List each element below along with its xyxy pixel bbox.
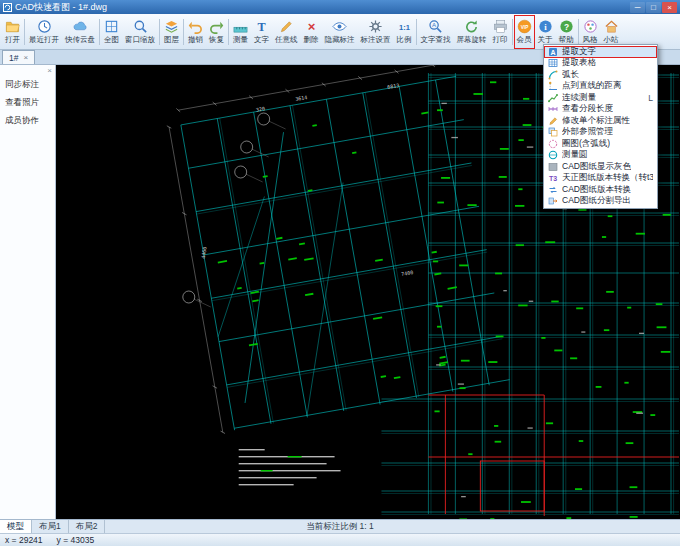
menu-item-label: 提取表格 (562, 57, 596, 69)
dimension-label: 6813 (387, 82, 400, 90)
toolbar-label: 帮助 (559, 35, 574, 45)
toolbar-label: 文字 (254, 35, 269, 45)
toolbar-button-undo[interactable]: 撤销 (185, 15, 206, 49)
vip-menu-item-arc-length[interactable]: 弧长 (544, 69, 657, 81)
toolbar-button-text-search[interactable]: A文字查找 (418, 15, 454, 49)
arc-length-icon (548, 70, 558, 80)
toolbar-label: 打印 (493, 35, 508, 45)
menu-item-label: 查看分段长度 (562, 103, 613, 115)
vip-menu-item-t3-convert[interactable]: T3天正图纸版本转换（转t3） (544, 173, 657, 185)
text-search-icon: A (428, 19, 443, 34)
vip-menu-item-extract-text[interactable]: A提取文字 (544, 46, 657, 58)
menu-item-label: CAD图纸分割导出 (562, 195, 631, 207)
vip-menu-item-gray-display[interactable]: CAD图纸显示灰色 (544, 161, 657, 173)
style-icon (583, 19, 598, 34)
toolbar-label: 关于 (538, 35, 553, 45)
tab-close-icon[interactable]: × (23, 53, 28, 62)
svg-text:T: T (257, 20, 265, 34)
vip-menu-item-lasso-arc[interactable]: 圈图(含弧线) (544, 138, 657, 150)
side-panel-item[interactable]: 成员协作 (0, 112, 55, 130)
window-title: CAD快速看图 - 1#.dwg (15, 1, 626, 14)
toolbar-button-delete[interactable]: ×删除 (301, 15, 322, 49)
toolbar-button-text[interactable]: T文字 (251, 15, 272, 49)
sheet-tab-模型[interactable]: 模型 (0, 520, 32, 533)
toolbar-button-measure[interactable]: 测量 (230, 15, 251, 49)
sheet-tab-布局1[interactable]: 布局1 (32, 520, 69, 533)
toolbar-button-redo[interactable]: 恢复 (206, 15, 227, 49)
gray-display-icon (548, 162, 558, 172)
vip-menu-item-xref-manager[interactable]: 外部参照管理 (544, 127, 657, 139)
toolbar-label: 小站 (604, 35, 619, 45)
menu-item-label: 天正图纸版本转换（转t3） (562, 172, 653, 184)
toolbar-button-zoom-window[interactable]: 窗口缩放 (122, 15, 158, 49)
status-bar: x = 29241 y = 43035 (0, 533, 680, 546)
toolbar-label: 比例 (397, 35, 412, 45)
toolbar-button-print[interactable]: 打印 (490, 15, 511, 49)
toolbar-button-full-view[interactable]: 全图 (101, 15, 122, 49)
menu-item-label: 修改单个标注属性 (562, 115, 630, 127)
maximize-button[interactable]: □ (646, 2, 661, 13)
toolbar-separator (228, 19, 229, 45)
title-bar: CAD快速看图 - 1#.dwg ─□× (0, 0, 680, 14)
toolbar-button-annotation-settings[interactable]: 标注设置 (358, 15, 394, 49)
menu-item-label: 外部参照管理 (562, 126, 613, 138)
svg-text:A: A (550, 49, 555, 56)
document-tab-label: 1# (9, 53, 18, 63)
vip-menu-item-continuous-measure[interactable]: 连续测量L (544, 92, 657, 104)
toolbar-button-free-line[interactable]: 任意线 (272, 15, 301, 49)
toolbar-separator (183, 19, 184, 45)
dimension-label: 4460 (200, 246, 208, 259)
toolbar-label: 全图 (104, 35, 119, 45)
toolbar-button-rotate-screen[interactable]: 屏幕旋转 (454, 15, 490, 49)
toolbar-button-scale[interactable]: 1:1比例 (394, 15, 415, 49)
vip-menu-item-point-line-distance[interactable]: 点到直线的距离 (544, 81, 657, 93)
toolbar-separator (24, 19, 25, 45)
menu-item-label: CAD图纸版本转换 (562, 184, 631, 196)
vip-menu-item-measure-circle[interactable]: 测量圆 (544, 150, 657, 162)
vip-menu-item-segment-length[interactable]: 查看分段长度 (544, 104, 657, 116)
hide-annotation-icon (332, 19, 347, 34)
toolbar-label: 标注设置 (361, 35, 391, 45)
vip-menu-item-split-export[interactable]: CAD图纸分割导出 (544, 196, 657, 208)
vip-menu-item-version-convert[interactable]: CAD图纸版本转换 (544, 184, 657, 196)
toolbar-separator (512, 19, 513, 45)
vip-dropdown-menu: A提取文字提取表格弧长点到直线的距离连续测量L查看分段长度修改单个标注属性外部参… (543, 44, 658, 209)
toolbar-button-layers[interactable]: 图层 (161, 15, 182, 49)
toolbar-button-hide-annotation[interactable]: 隐藏标注 (322, 15, 358, 49)
toolbar-label: 快传云盘 (65, 35, 95, 45)
annotation-settings-icon (368, 19, 383, 34)
menu-item-label: 点到直线的距离 (562, 80, 622, 92)
document-tab[interactable]: 1# × (2, 50, 35, 64)
menu-item-label: 连续测量 (562, 92, 596, 104)
layers-icon (164, 19, 179, 34)
svg-text:VIP: VIP (520, 24, 528, 29)
cloud-icon (73, 19, 88, 34)
toolbar-button-vip[interactable]: VIP会员 (514, 15, 535, 49)
rotate-screen-icon (464, 19, 479, 34)
toolbar-label: 屏幕旋转 (457, 35, 487, 45)
vip-menu-item-extract-table[interactable]: 提取表格 (544, 58, 657, 70)
t3-convert-icon: T3 (548, 173, 558, 183)
toolbar-button-cloud[interactable]: 快传云盘 (62, 15, 98, 49)
delete-icon: × (304, 19, 319, 34)
menu-item-label: 弧长 (562, 69, 579, 81)
menu-item-label: 圈图(含弧线) (562, 138, 610, 150)
sheet-tab-布局2[interactable]: 布局2 (69, 520, 106, 533)
split-export-icon (548, 196, 558, 206)
xref-manager-icon (548, 127, 558, 137)
menu-item-label: CAD图纸显示灰色 (562, 161, 631, 173)
side-panel-close-icon[interactable]: × (47, 66, 52, 75)
undo-icon (188, 19, 203, 34)
toolbar-button-open[interactable]: 打开 (2, 15, 23, 49)
menu-item-label: 提取文字 (562, 46, 596, 58)
svg-text:×: × (307, 19, 315, 34)
app-window: CAD快速看图 - 1#.dwg ─□× 打开最近打开快传云盘全图窗口缩放图层撤… (0, 0, 680, 546)
toolbar-button-recent[interactable]: 最近打开 (26, 15, 62, 49)
close-button[interactable]: × (662, 2, 677, 13)
minimize-button[interactable]: ─ (630, 2, 645, 13)
site-icon (604, 19, 619, 34)
vip-menu-item-edit-annotation[interactable]: 修改单个标注属性 (544, 115, 657, 127)
point-line-distance-icon (548, 81, 558, 91)
side-panel-item[interactable]: 查看照片 (0, 94, 55, 112)
side-panel-item[interactable]: 同步标注 (0, 76, 55, 94)
